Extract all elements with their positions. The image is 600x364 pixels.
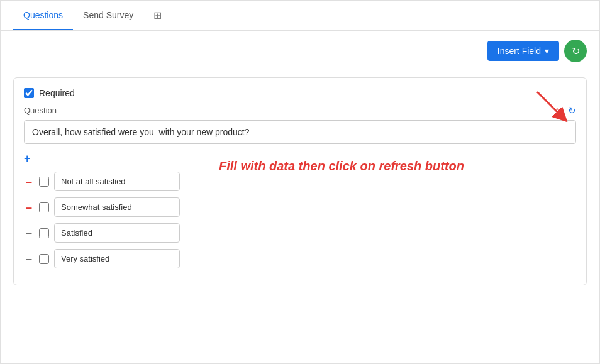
tab-questions[interactable]: Questions — [13, 1, 73, 30]
question-label: Question — [24, 106, 57, 115]
answer-input-4[interactable] — [54, 249, 180, 268]
answer-checkbox-3[interactable] — [39, 228, 49, 238]
refresh-question-icon[interactable]: ↻ — [568, 106, 576, 115]
remove-answer-1-icon[interactable]: – — [24, 176, 34, 187]
expand-icon[interactable]: ⊞ — [148, 1, 167, 30]
question-input[interactable] — [24, 120, 576, 144]
question-row: Question ✕ ↻ — [24, 106, 576, 115]
answer-input-1[interactable] — [54, 172, 180, 191]
answer-input-3[interactable] — [54, 223, 180, 243]
app-container: Questions Send Survey ⊞ Insert Field ▾ ↻… — [0, 0, 600, 364]
answer-checkbox-2[interactable] — [39, 202, 49, 212]
answers-section: Fill with data then click on refresh but… — [24, 153, 576, 268]
toolbar: Insert Field ▾ ↻ — [1, 31, 599, 71]
main-content: Required Question ✕ ↻ — [1, 71, 599, 298]
answer-row-2: – — [24, 197, 576, 217]
question-input-wrapper — [24, 120, 576, 153]
question-card: Required Question ✕ ↻ — [13, 77, 587, 285]
answer-row-4: – — [24, 249, 576, 268]
answer-checkbox-1[interactable] — [39, 177, 49, 187]
answer-row-1: – — [24, 172, 576, 191]
remove-answer-4-icon[interactable]: – — [24, 253, 34, 265]
required-label: Required — [39, 88, 75, 98]
add-answer-button[interactable]: + — [24, 153, 31, 164]
answer-checkbox-4[interactable] — [39, 254, 49, 264]
required-checkbox[interactable] — [24, 88, 34, 98]
close-question-icon[interactable]: ✕ — [555, 106, 563, 115]
tab-send-survey[interactable]: Send Survey — [73, 1, 143, 30]
insert-field-label: Insert Field — [497, 46, 541, 56]
refresh-green-button[interactable]: ↻ — [564, 40, 587, 62]
remove-answer-3-icon[interactable]: – — [24, 228, 34, 239]
question-actions: ✕ ↻ — [555, 106, 576, 115]
answer-row-3: – — [24, 223, 576, 243]
required-row: Required — [24, 88, 576, 98]
insert-field-button[interactable]: Insert Field ▾ — [487, 41, 559, 61]
tab-bar: Questions Send Survey ⊞ — [1, 1, 599, 31]
add-answer-row: + — [24, 153, 576, 168]
answer-input-2[interactable] — [54, 197, 180, 217]
refresh-icon: ↻ — [572, 45, 580, 57]
remove-answer-2-icon[interactable]: – — [24, 202, 34, 213]
chevron-down-icon: ▾ — [545, 46, 549, 56]
